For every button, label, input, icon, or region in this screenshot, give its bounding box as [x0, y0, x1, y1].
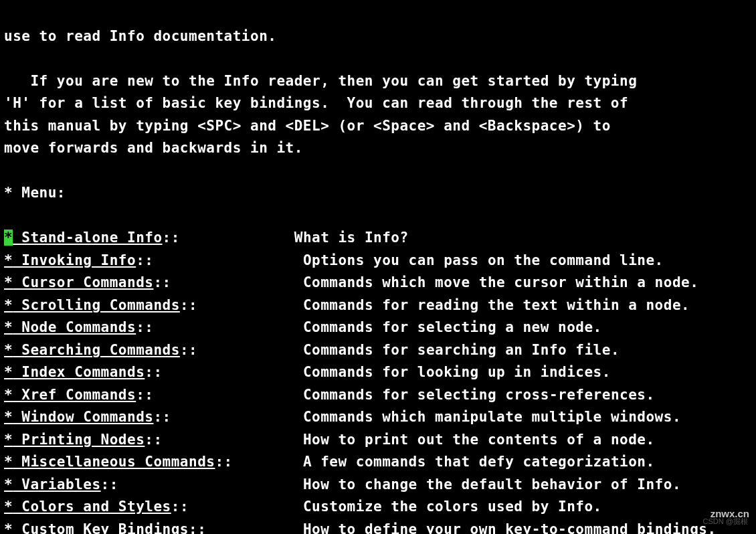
menu-item-description: Commands for looking up in indices. — [303, 364, 611, 380]
menu-item[interactable]: * Invoking Info:: Options you can pass o… — [4, 250, 752, 272]
menu-list: * Stand-alone Info:: What is Info?* Invo… — [4, 227, 752, 534]
menu-item-suffix: :: — [153, 409, 302, 425]
menu-item-description: How to change the default behavior of In… — [303, 476, 681, 493]
menu-bullet: * — [4, 319, 13, 335]
menu-item-label: Stand-alone Info — [13, 230, 162, 246]
menu-item-label: Miscellaneous Commands — [13, 454, 215, 470]
menu-item-description: What is Info? — [294, 230, 409, 246]
menu-item-suffix: :: — [145, 364, 303, 380]
menu-item-description: Commands for searching an Info file. — [303, 342, 620, 358]
menu-item-label: Node Commands — [13, 319, 136, 335]
menu-item[interactable]: * Scrolling Commands:: Commands for read… — [4, 294, 752, 317]
menu-item-label: Xref Commands — [13, 387, 136, 403]
menu-bullet: * — [4, 476, 13, 493]
menu-item-description: How to define your own key-to-command bi… — [303, 521, 717, 535]
menu-bullet: * — [4, 409, 13, 425]
menu-bullet: * — [4, 297, 13, 313]
menu-item-label: Custom Key Bindings — [13, 521, 189, 535]
menu-item-suffix: :: — [171, 499, 303, 515]
menu-item-label: Scrolling Commands — [13, 297, 180, 313]
menu-bullet: * — [4, 252, 13, 268]
menu-bullet: * — [4, 342, 13, 358]
menu-bullet: * — [4, 364, 13, 380]
menu-item-description: Options you can pass on the command line… — [303, 252, 664, 268]
menu-item-suffix: :: — [180, 342, 303, 358]
menu-item-suffix: :: — [153, 274, 302, 290]
intro-line-4: 'H' for a list of basic key bindings. Yo… — [4, 95, 628, 111]
menu-item[interactable]: * Index Commands:: Commands for looking … — [4, 361, 752, 384]
menu-item[interactable]: * Node Commands:: Commands for selecting… — [4, 317, 752, 339]
menu-item-suffix: :: — [136, 252, 303, 268]
menu-item[interactable]: * Variables:: How to change the default … — [4, 474, 752, 497]
menu-item[interactable]: * Printing Nodes:: How to print out the … — [4, 429, 752, 452]
menu-item-description: How to print out the contents of a node. — [303, 432, 655, 448]
intro-line-1: use to read Info documentation. — [4, 28, 276, 44]
intro-line-5: this manual by typing <SPC> and <DEL> (o… — [4, 118, 611, 134]
menu-item-suffix: :: — [136, 387, 303, 403]
menu-item[interactable]: * Custom Key Bindings:: How to define yo… — [4, 519, 752, 535]
menu-item-label: Invoking Info — [13, 252, 136, 268]
menu-bullet: * — [4, 387, 13, 403]
menu-item[interactable]: * Cursor Commands:: Commands which move … — [4, 272, 752, 294]
menu-item[interactable]: * Searching Commands:: Commands for sear… — [4, 339, 752, 362]
menu-item-description: Commands for selecting a new node. — [303, 319, 602, 335]
info-screen: use to read Info documentation. If you a… — [0, 0, 756, 534]
menu-item[interactable]: * Colors and Styles:: Customize the colo… — [4, 496, 752, 519]
menu-item-description: Commands for selecting cross-references. — [303, 387, 655, 403]
menu-item-description: Commands for reading the text within a n… — [303, 297, 690, 313]
menu-item-description: Commands which manipulate multiple windo… — [303, 409, 681, 425]
menu-item-suffix: :: — [163, 230, 294, 246]
menu-item-label: Cursor Commands — [13, 274, 153, 290]
menu-item[interactable]: * Stand-alone Info:: What is Info? — [4, 227, 752, 250]
menu-item[interactable]: * Miscellaneous Commands:: A few command… — [4, 451, 752, 474]
menu-item-suffix: :: — [145, 432, 303, 448]
menu-item[interactable]: * Xref Commands:: Commands for selecting… — [4, 384, 752, 407]
menu-item-label: Variables — [13, 476, 100, 493]
intro-line-3: If you are new to the Info reader, then … — [4, 73, 637, 89]
menu-item-label: Window Commands — [13, 409, 153, 425]
menu-item-description: A few commands that defy categorization. — [303, 454, 655, 470]
menu-bullet: * — [4, 454, 13, 470]
menu-bullet: * — [4, 432, 13, 448]
menu-bullet: * — [4, 521, 13, 535]
menu-bullet: * — [4, 274, 13, 290]
menu-item-label: Searching Commands — [13, 342, 180, 358]
menu-item-label: Colors and Styles — [13, 499, 171, 515]
menu-bullet: * — [4, 230, 13, 246]
watermark-sub: CSDN @掘根 — [703, 511, 748, 533]
menu-item-suffix: :: — [136, 319, 303, 335]
menu-item[interactable]: * Window Commands:: Commands which manip… — [4, 406, 752, 429]
menu-item-label: Printing Nodes — [13, 432, 145, 448]
menu-bullet: * — [4, 499, 13, 515]
menu-item-suffix: :: — [189, 521, 303, 535]
menu-item-suffix: :: — [101, 476, 303, 493]
menu-item-description: Commands which move the cursor within a … — [303, 274, 698, 290]
intro-line-6: move forwards and backwards in it. — [4, 140, 303, 156]
menu-item-description: Customize the colors used by Info. — [303, 499, 602, 515]
menu-item-suffix: :: — [215, 454, 302, 470]
menu-header: * Menu: — [4, 185, 66, 201]
menu-item-label: Index Commands — [13, 364, 145, 380]
menu-item-suffix: :: — [180, 297, 303, 313]
